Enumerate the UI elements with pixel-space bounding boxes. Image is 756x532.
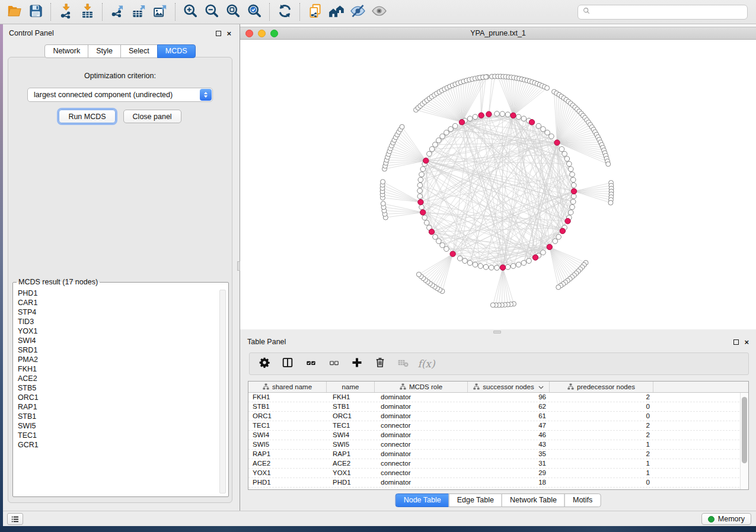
horizontal-splitter-handle[interactable] bbox=[493, 331, 501, 334]
table-row[interactable]: YOX1YOX1connector291 bbox=[248, 469, 748, 478]
mcds-result-node[interactable]: YOX1 bbox=[18, 326, 228, 336]
table-cell[interactable]: ORC1 bbox=[327, 412, 375, 421]
close-table-panel-icon[interactable]: × bbox=[744, 339, 749, 345]
table-cell[interactable]: SWI5 bbox=[248, 440, 327, 449]
table-cell[interactable]: 47 bbox=[468, 421, 550, 430]
zoom-fit-button[interactable] bbox=[222, 2, 244, 22]
table-cell[interactable]: TEC1 bbox=[248, 421, 327, 430]
mcds-result-node[interactable]: GCR1 bbox=[18, 440, 228, 450]
hide-selected-button[interactable] bbox=[347, 2, 368, 22]
close-panel-icon[interactable]: × bbox=[227, 31, 231, 36]
table-cell[interactable]: connector bbox=[375, 440, 468, 449]
table-cell[interactable]: TEC1 bbox=[327, 421, 375, 430]
settings-button[interactable] bbox=[258, 357, 271, 370]
table-cell[interactable]: 62 bbox=[468, 402, 550, 411]
table-row[interactable]: ORC1ORC1dominator610 bbox=[248, 412, 748, 421]
table-cell[interactable]: SWI4 bbox=[248, 431, 327, 440]
refresh-button[interactable] bbox=[274, 2, 295, 22]
tab-edge-table[interactable]: Edge Table bbox=[449, 493, 502, 507]
delete-button[interactable] bbox=[374, 357, 387, 370]
table-cell[interactable]: 1 bbox=[550, 469, 653, 477]
mcds-result-node[interactable]: FKH1 bbox=[18, 364, 228, 374]
table-cell[interactable]: 0 bbox=[550, 478, 653, 487]
table-cell[interactable]: dominator bbox=[375, 478, 468, 487]
mcds-result-node[interactable]: STB5 bbox=[18, 383, 228, 393]
import-network-button[interactable] bbox=[55, 2, 76, 22]
columns-button[interactable] bbox=[281, 357, 294, 370]
mcds-result-node[interactable]: PMA2 bbox=[18, 355, 228, 364]
tab-network-table[interactable]: Network Table bbox=[502, 493, 565, 507]
table-cell[interactable]: ACE2 bbox=[248, 459, 327, 468]
run-mcds-button[interactable]: Run MCDS bbox=[59, 110, 115, 123]
table-cell[interactable]: dominator bbox=[375, 402, 468, 411]
select-all-button[interactable] bbox=[304, 357, 317, 370]
sort-chevron-icon[interactable] bbox=[537, 383, 544, 390]
table-cell[interactable]: 31 bbox=[468, 459, 550, 468]
column-header-MCDS-role[interactable]: MCDS role bbox=[375, 382, 468, 392]
table-cell[interactable]: 2 bbox=[550, 450, 653, 459]
column-header-name[interactable]: name bbox=[327, 382, 375, 392]
mcds-result-node[interactable]: TEC1 bbox=[18, 431, 228, 440]
mcds-result-node[interactable]: RAP1 bbox=[18, 402, 228, 412]
open-button[interactable] bbox=[4, 2, 25, 22]
tab-network[interactable]: Network bbox=[44, 44, 88, 58]
column-header-shared-name[interactable]: shared name bbox=[248, 382, 327, 392]
horizontal-splitter[interactable] bbox=[240, 329, 756, 335]
float-table-panel-icon[interactable] bbox=[733, 339, 739, 345]
table-cell[interactable]: PHD1 bbox=[327, 478, 375, 487]
table-cell[interactable]: dominator bbox=[375, 412, 468, 421]
table-cell[interactable]: FKH1 bbox=[248, 393, 327, 402]
table-cell[interactable]: 0 bbox=[550, 412, 653, 421]
table-cell[interactable]: 35 bbox=[468, 450, 550, 459]
copy-network-button[interactable] bbox=[304, 2, 326, 22]
import-table-button[interactable] bbox=[76, 2, 98, 22]
table-cell[interactable]: ORC1 bbox=[248, 412, 327, 421]
close-panel-button[interactable]: Close panel bbox=[123, 110, 181, 123]
table-cell[interactable]: 2 bbox=[550, 431, 653, 440]
task-history-button[interactable] bbox=[7, 513, 23, 525]
table-scrollbar[interactable] bbox=[740, 393, 748, 489]
table-cell[interactable]: ACE2 bbox=[327, 459, 375, 468]
table-row[interactable]: TEC1TEC1connector472 bbox=[248, 421, 748, 431]
mcds-result-node[interactable]: ACE2 bbox=[18, 374, 228, 383]
ndex-button[interactable] bbox=[326, 2, 347, 22]
tab-node-table[interactable]: Node Table bbox=[395, 493, 449, 507]
mcds-list-scrollbar[interactable] bbox=[219, 290, 226, 493]
table-cell[interactable]: 43 bbox=[468, 440, 550, 449]
table-cell[interactable]: connector bbox=[375, 469, 468, 477]
table-cell[interactable]: STB1 bbox=[248, 402, 327, 411]
table-scrollbar-thumb[interactable] bbox=[742, 397, 747, 463]
export-table-button[interactable] bbox=[128, 2, 149, 22]
mcds-result-node[interactable]: CAR1 bbox=[18, 298, 228, 307]
table-cell[interactable]: 46 bbox=[468, 431, 550, 440]
deselect-all-button[interactable] bbox=[327, 357, 340, 370]
mcds-result-node[interactable]: SRD1 bbox=[18, 345, 228, 355]
tab-mcds[interactable]: MCDS bbox=[157, 44, 196, 58]
table-row[interactable]: SWI4SWI4dominator462 bbox=[248, 431, 748, 440]
table-row[interactable]: ACE2ACE2connector311 bbox=[248, 459, 748, 469]
mcds-result-node[interactable]: STP4 bbox=[18, 307, 228, 317]
mcds-result-node[interactable]: SWI4 bbox=[18, 336, 228, 345]
table-cell[interactable]: SWI4 bbox=[327, 431, 375, 440]
table-cell[interactable]: 1 bbox=[550, 440, 653, 449]
export-network-button[interactable] bbox=[107, 2, 128, 22]
column-header-predecessor-nodes[interactable]: predecessor nodes bbox=[550, 382, 653, 392]
search-box[interactable] bbox=[578, 5, 748, 20]
search-input[interactable] bbox=[594, 8, 743, 16]
zoom-selected-button[interactable] bbox=[244, 2, 265, 22]
table-cell[interactable]: RAP1 bbox=[248, 450, 327, 459]
table-row[interactable]: RAP1RAP1dominator352 bbox=[248, 450, 748, 459]
show-all-button[interactable] bbox=[368, 2, 390, 22]
float-panel-icon[interactable] bbox=[216, 31, 221, 36]
mcds-result-node[interactable]: TID3 bbox=[18, 317, 228, 326]
table-cell[interactable]: FKH1 bbox=[327, 393, 375, 402]
mcds-result-node[interactable]: STB1 bbox=[18, 412, 228, 421]
table-cell[interactable]: 0 bbox=[550, 402, 653, 411]
network-graph[interactable] bbox=[240, 40, 756, 329]
table-row[interactable]: PHD1PHD1dominator180 bbox=[248, 478, 748, 488]
table-cell[interactable]: 1 bbox=[550, 459, 653, 468]
table-row[interactable]: FKH1FKH1dominator962 bbox=[248, 393, 748, 402]
table-cell[interactable]: dominator bbox=[375, 431, 468, 440]
tab-select[interactable]: Select bbox=[120, 44, 158, 58]
table-row[interactable]: SWI5SWI5connector431 bbox=[248, 440, 748, 450]
